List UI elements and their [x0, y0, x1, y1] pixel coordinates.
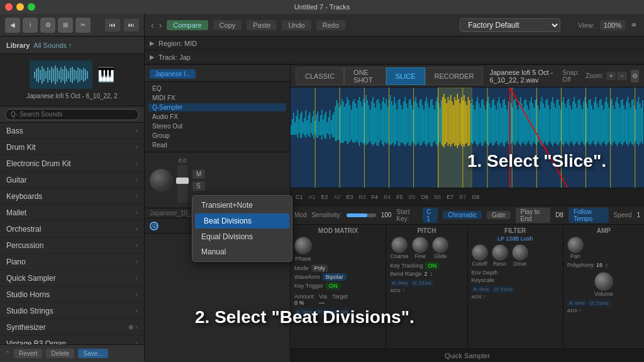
- sidebar-item-drum-kit[interactable]: Drum Kit ›: [0, 139, 144, 156]
- tab-slice[interactable]: SLICE: [386, 67, 425, 85]
- tab-recorder[interactable]: RECORDER: [425, 67, 484, 85]
- redo-button[interactable]: Redo: [316, 20, 345, 30]
- group-tab[interactable]: Group: [148, 132, 286, 140]
- mute-button[interactable]: M: [192, 169, 205, 179]
- delete-button[interactable]: Delete: [46, 349, 74, 358]
- env-a-label: A: 0ms: [294, 308, 314, 315]
- key-g8[interactable]: G8: [469, 194, 482, 200]
- audio-fx-tab[interactable]: Audio FX: [148, 113, 286, 121]
- sidebar-item-vintage-b3[interactable]: Vintage B3 Organ ›: [0, 336, 144, 344]
- nav-forward-arrow[interactable]: ›: [159, 20, 162, 30]
- library-scissors-button[interactable]: ✂: [75, 18, 91, 33]
- preset-selector[interactable]: Factory Default: [460, 18, 560, 32]
- sidebar-item-guitar[interactable]: Guitar ›: [0, 172, 144, 188]
- settings-button[interactable]: ⚙: [631, 70, 639, 82]
- stereo-out-tab[interactable]: Stereo Out: [148, 122, 286, 130]
- key-e2[interactable]: E2: [319, 194, 331, 200]
- drive-knob[interactable]: [512, 244, 528, 261]
- key-b5[interactable]: B5: [406, 194, 418, 200]
- copy-button[interactable]: Copy: [213, 20, 242, 30]
- chromatic-button[interactable]: Chromatic: [443, 211, 482, 219]
- key-b3[interactable]: B3: [357, 194, 369, 200]
- key-b4[interactable]: B4: [381, 194, 393, 200]
- region-expand-icon[interactable]: ▶: [150, 40, 155, 47]
- sidebar-item-percussion[interactable]: Percussion ›: [0, 237, 144, 254]
- power-button[interactable]: ⏻: [150, 222, 158, 230]
- key-a1[interactable]: A1: [306, 194, 318, 200]
- dropdown-item-transient-note[interactable]: Transient+Note: [192, 198, 292, 213]
- dropdown-item-beat-divisions[interactable]: Beat Divisions: [195, 213, 289, 229]
- fine-knob[interactable]: [412, 237, 428, 253]
- key-c1[interactable]: C1: [293, 194, 306, 200]
- midi-fx-tab[interactable]: MIDI FX: [148, 94, 286, 102]
- follow-tempo-button[interactable]: Follow Tempo: [569, 208, 609, 223]
- eq-tab[interactable]: EQ: [148, 84, 286, 93]
- sidebar-item-mallet[interactable]: Mallet ›: [0, 205, 144, 221]
- dropdown-item-manual[interactable]: Manual: [192, 244, 292, 259]
- sidebar-item-studio-horns[interactable]: Studio Horns ›: [0, 286, 144, 303]
- key-f4[interactable]: F4: [369, 194, 381, 200]
- waveform-value[interactable]: Bipolar: [323, 273, 347, 281]
- save-button[interactable]: Save...: [78, 349, 108, 358]
- sidebar-item-electronic-drum-kit[interactable]: Electronic Drum Kit ›: [0, 156, 144, 172]
- tab-one-shot[interactable]: ONE SHOT: [344, 67, 386, 85]
- nav-back-arrow[interactable]: ‹: [151, 20, 154, 30]
- play-to-end-button[interactable]: Play to End: [516, 208, 551, 223]
- q-sampler-tab[interactable]: Q-Sampler: [148, 103, 286, 111]
- volume-fader[interactable]: [177, 165, 187, 203]
- rewind-button[interactable]: ⏮: [105, 19, 120, 31]
- sensitivity-slider[interactable]: [347, 213, 375, 217]
- filter-type[interactable]: LP 12dB Lush: [472, 235, 559, 242]
- coarse-knob[interactable]: [391, 237, 408, 253]
- key-d6[interactable]: D6: [419, 194, 431, 200]
- zoom-out-button[interactable]: −: [617, 72, 627, 80]
- glide-knob[interactable]: [432, 237, 448, 253]
- zoom-in-button[interactable]: +: [606, 72, 616, 80]
- sidebar-item-quick-sampler[interactable]: Quick Sampler ›: [0, 270, 144, 286]
- sidebar-item-bass[interactable]: Bass ›: [0, 123, 144, 139]
- key-a2[interactable]: A2: [331, 194, 343, 200]
- cutoff-knob[interactable]: [472, 244, 488, 261]
- view-value[interactable]: 100%: [600, 20, 625, 30]
- solo-button[interactable]: S: [192, 181, 205, 191]
- sidebar-item-synthesizer[interactable]: Synthesizer ⊕ ›: [0, 319, 144, 336]
- maximize-button[interactable]: [28, 3, 35, 11]
- library-grid-button[interactable]: ⊞: [58, 18, 73, 33]
- key-b7[interactable]: B7: [457, 194, 469, 200]
- tab-classic[interactable]: CLASSIC: [296, 67, 344, 85]
- phase-knob[interactable]: [294, 237, 312, 254]
- key-trigger-value[interactable]: ON: [326, 282, 341, 290]
- key-tracking-value[interactable]: ON: [425, 262, 439, 269]
- revert-button[interactable]: Revert: [14, 349, 42, 358]
- mode-value[interactable]: Poly: [311, 264, 329, 272]
- key-b6[interactable]: B6: [431, 194, 443, 200]
- gate-button[interactable]: Gate: [487, 211, 511, 219]
- sidebar-item-piano[interactable]: Piano ›: [0, 254, 144, 270]
- sidebar-item-keyboards[interactable]: Keyboards ›: [0, 188, 144, 205]
- key-e7[interactable]: E7: [444, 194, 456, 200]
- paste-button[interactable]: Paste: [247, 20, 277, 30]
- close-button[interactable]: [5, 3, 13, 11]
- snap-label[interactable]: Snap: Off: [562, 69, 579, 83]
- dropdown-item-equal-divisions[interactable]: Equal Divisions: [192, 229, 292, 244]
- key-f5[interactable]: F5: [394, 194, 406, 200]
- all-sounds-label[interactable]: All Sounds ↑: [33, 42, 72, 49]
- pan-knob[interactable]: [150, 169, 172, 191]
- undo-button[interactable]: Undo: [282, 20, 311, 30]
- library-back-button[interactable]: ◀: [5, 18, 20, 33]
- sidebar-item-studio-strings[interactable]: Studio Strings ›: [0, 303, 144, 319]
- compare-button[interactable]: Compare: [167, 20, 208, 30]
- read-tab[interactable]: Read: [148, 141, 286, 149]
- fast-forward-button[interactable]: ⏭: [124, 19, 139, 31]
- start-key-value[interactable]: C 1: [423, 208, 438, 223]
- volume-knob[interactable]: [594, 272, 613, 291]
- track-expand-icon[interactable]: ▶: [150, 54, 155, 60]
- search-input[interactable]: [5, 109, 139, 120]
- reso-knob[interactable]: [492, 244, 508, 261]
- sidebar-item-orchestral[interactable]: Orchestral ›: [0, 221, 144, 237]
- key-e3[interactable]: E3: [344, 194, 356, 200]
- minimize-button[interactable]: [16, 3, 24, 11]
- pan-amp-knob[interactable]: [567, 237, 584, 253]
- library-settings-button[interactable]: ⚙: [40, 18, 55, 33]
- library-info-button[interactable]: i: [23, 18, 38, 33]
